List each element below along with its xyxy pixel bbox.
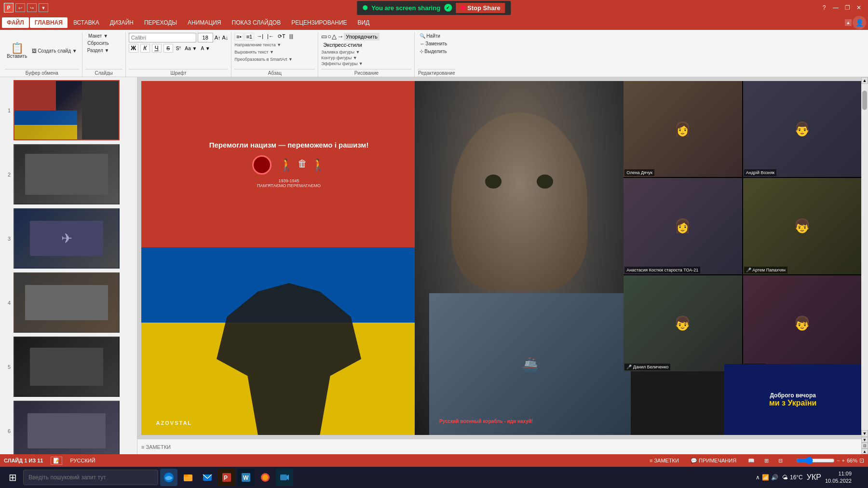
- taskbar-word-icon[interactable]: W: [237, 469, 255, 486]
- scroll-fit-btn[interactable]: ⊡: [861, 443, 868, 448]
- font-size-increase[interactable]: A↑: [215, 35, 221, 41]
- network-icon[interactable]: 📶: [762, 474, 769, 481]
- zoom-minus-btn[interactable]: −: [837, 458, 840, 463]
- time-display[interactable]: 11:09 10.05.2022: [825, 470, 852, 485]
- font-case-button[interactable]: Аа ▼: [184, 45, 198, 52]
- numbered-list-btn[interactable]: ≡1: [244, 33, 255, 41]
- taskbar-app5-icon[interactable]: [257, 469, 274, 486]
- strikethrough-button[interactable]: S: [163, 44, 173, 53]
- taskbar-powerpoint-icon[interactable]: P: [218, 469, 235, 486]
- find-button[interactable]: 🔍 Найти: [418, 33, 449, 39]
- slides-items: Макет ▼ Сбросить Раздел ▼: [85, 33, 111, 69]
- fit-slide-btn[interactable]: ⊡: [859, 457, 864, 464]
- quick-access-btn[interactable]: ▼: [39, 3, 48, 12]
- font-size-input[interactable]: [198, 33, 213, 42]
- section-button[interactable]: Раздел ▼: [85, 47, 111, 54]
- zoom-slider[interactable]: [796, 457, 835, 464]
- spell-check-icon[interactable]: 📝: [51, 457, 62, 465]
- italic-button[interactable]: К: [140, 44, 150, 53]
- underline-button[interactable]: Ч: [152, 44, 162, 53]
- arrow-btn[interactable]: →: [337, 33, 343, 41]
- slide-content: Перемогли нацизм — переможемо і рашизм! …: [141, 81, 861, 435]
- undo-btn[interactable]: ↩: [15, 3, 25, 12]
- show-desktop-btn[interactable]: [855, 469, 864, 486]
- select-button[interactable]: ⊹ Выделить: [418, 48, 449, 54]
- taskbar-explorer-icon[interactable]: [179, 469, 197, 486]
- zoom-plus-btn[interactable]: +: [842, 458, 845, 463]
- menu-tab-design[interactable]: ДИЗАЙН: [105, 17, 138, 28]
- slide-canvas[interactable]: Перемогли нацизм — переможемо і рашизм! …: [141, 81, 861, 435]
- menu-tab-view[interactable]: ВИД: [353, 17, 375, 28]
- paste-icon: 📋: [11, 43, 24, 54]
- comments-btn[interactable]: 💬 ПРИМЕЧАНИЯ: [691, 458, 736, 464]
- arrange-button[interactable]: Упорядочить: [344, 33, 379, 41]
- scroll-thumb[interactable]: [862, 91, 867, 110]
- menu-tab-review[interactable]: РЕЦЕНЗИРОВАНИЕ: [286, 17, 352, 28]
- poster-icons: 🚶 🗑 🚶: [252, 155, 326, 175]
- reading-view-btn[interactable]: 📖: [748, 458, 755, 464]
- circle-shape-btn[interactable]: ○: [327, 33, 331, 41]
- reset-button[interactable]: Сбросить: [85, 40, 110, 46]
- rectangle-shape-btn[interactable]: ▭: [321, 33, 327, 41]
- layout-button[interactable]: Макет ▼: [86, 33, 110, 39]
- font-color-button[interactable]: А ▼: [200, 45, 211, 52]
- indent-increase-btn[interactable]: →|: [255, 33, 265, 41]
- menu-tab-home[interactable]: ГЛАВНАЯ: [30, 17, 68, 28]
- columns-btn[interactable]: |||: [288, 33, 295, 41]
- temperature: 16°C: [790, 474, 803, 481]
- taskbar-zoom-icon[interactable]: [276, 469, 293, 486]
- start-button[interactable]: ⊞: [4, 469, 21, 486]
- slide-thumb-6[interactable]: 6: [2, 400, 135, 454]
- menu-tab-insert[interactable]: ВСТАВКА: [68, 17, 104, 28]
- font-name-input[interactable]: [129, 33, 196, 42]
- font-size-decrease[interactable]: A↓: [222, 35, 229, 41]
- canvas-area: ▲ ▼ ▼ ⊡ ▲ Перемогли нацизм — переможемо …: [137, 77, 868, 454]
- poster-main-text: Перемогли нацизм — переможемо і рашизм!: [209, 140, 369, 150]
- replace-icon: ↔: [420, 41, 424, 46]
- ribbon-toggle-btn[interactable]: ▲: [845, 19, 852, 26]
- scroll-down-btn[interactable]: ▼: [861, 430, 868, 437]
- up-arrow-tray[interactable]: ∧: [756, 474, 760, 481]
- bold-button[interactable]: Ж: [129, 44, 138, 53]
- language-display: РУССКИЙ: [70, 458, 95, 463]
- slide-sorter-btn[interactable]: ⊟: [778, 458, 783, 464]
- notes-btn[interactable]: ≡ ЗАМЕТКИ: [650, 458, 679, 463]
- indent-decrease-btn[interactable]: |←: [266, 33, 275, 41]
- close-button[interactable]: ✕: [854, 3, 864, 12]
- taskbar-edge-icon[interactable]: [160, 469, 177, 486]
- stop-share-button[interactable]: Stop Share: [456, 3, 505, 13]
- menu-tab-transitions[interactable]: ПЕРЕХОДЫ: [139, 17, 182, 28]
- volume-icon[interactable]: 🔊: [771, 474, 778, 481]
- menu-tab-slideshow[interactable]: ПОКАЗ СЛАЙДОВ: [227, 17, 286, 28]
- scroll-right-btn[interactable]: ▼: [861, 437, 868, 443]
- taskbar-mail-icon[interactable]: [199, 469, 216, 486]
- redo-btn[interactable]: ↪: [27, 3, 37, 12]
- replace-button[interactable]: ↔ Заменить: [418, 41, 449, 47]
- bullet-list-btn[interactable]: ≡•: [234, 33, 243, 41]
- scroll-up-btn[interactable]: ▲: [861, 77, 868, 84]
- help-button[interactable]: ?: [819, 3, 829, 12]
- slide-thumb-2[interactable]: 2: [2, 143, 135, 205]
- paste-button[interactable]: 📋 Вставить: [5, 42, 29, 60]
- triangle-shape-btn[interactable]: △: [332, 33, 337, 41]
- text-direction-btn[interactable]: ⟳T: [276, 33, 287, 41]
- slide-thumb-4[interactable]: 4: [2, 271, 135, 334]
- scroll-left-btn[interactable]: ▲: [861, 448, 868, 454]
- minimize-button[interactable]: —: [830, 3, 841, 12]
- quick-styles-button[interactable]: Экспресс-стили: [321, 41, 364, 49]
- text-shadow-button[interactable]: S°: [175, 45, 182, 52]
- slide-info: СЛАЙД 1 ИЗ 11: [4, 458, 43, 463]
- slide-thumb-1[interactable]: 1: [2, 79, 135, 141]
- user-avatar[interactable]: 👤: [853, 16, 866, 29]
- menu-tab-file[interactable]: ФАЙЛ: [2, 17, 29, 28]
- taskbar-search[interactable]: [23, 470, 158, 485]
- slide-thumb-5[interactable]: 5: [2, 336, 135, 398]
- maximize-button[interactable]: ❐: [842, 3, 853, 12]
- video-cell-1: 👩 Олена Дячук: [624, 81, 742, 177]
- slide-thumb-3[interactable]: 3 ✈: [2, 207, 135, 270]
- zoom-level[interactable]: 66%: [847, 458, 857, 463]
- menu-bar: ФАЙЛ ГЛАВНАЯ ВСТАВКА ДИЗАЙН ПЕРЕХОДЫ АНИ…: [0, 15, 868, 30]
- menu-tab-animations[interactable]: АНИМАЦИЯ: [183, 17, 226, 28]
- slide-view-btn[interactable]: ⊞: [764, 458, 769, 464]
- create-slide-button[interactable]: 🖼 Создать слайд ▼: [30, 48, 79, 54]
